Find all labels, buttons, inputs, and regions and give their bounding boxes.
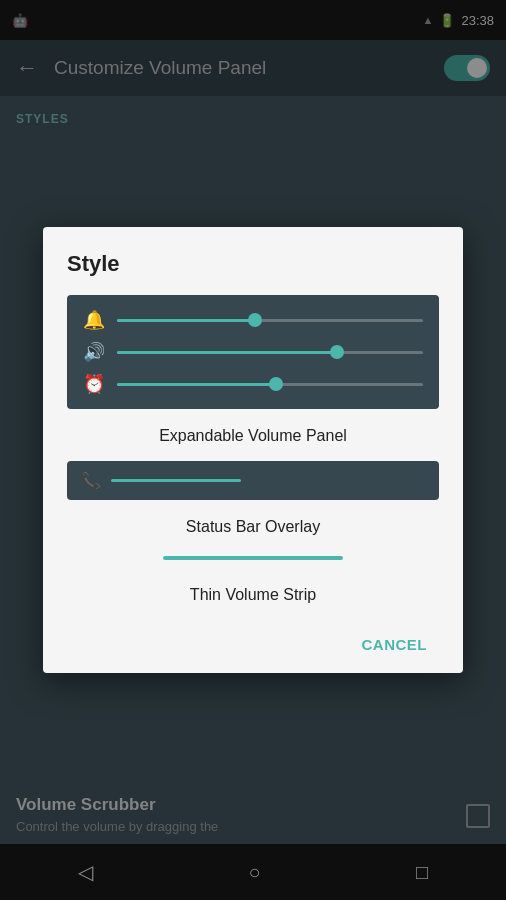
statusbar-label: Status Bar Overlay [67, 510, 439, 540]
bell-slider-fill [117, 319, 255, 322]
thin-strip-option[interactable]: Thin Volume Strip [67, 552, 439, 608]
expandable-option[interactable]: 🔔 🔊 ⏰ [67, 295, 439, 449]
thin-strip-line [163, 556, 343, 560]
bell-slider-track [117, 319, 423, 322]
alarm-slider-track [117, 383, 423, 386]
bell-slider-thumb [248, 313, 262, 327]
statusbar-line [111, 479, 241, 482]
phone-icon: 📞 [81, 471, 101, 490]
volume-icon: 🔊 [83, 341, 105, 363]
volume-slider-fill [117, 351, 337, 354]
alarm-slider-row: ⏰ [83, 373, 423, 395]
statusbar-option[interactable]: 📞 Status Bar Overlay [67, 461, 439, 540]
volume-slider-thumb [330, 345, 344, 359]
expandable-preview: 🔔 🔊 ⏰ [67, 295, 439, 409]
alarm-slider-thumb [269, 377, 283, 391]
alarm-icon: ⏰ [83, 373, 105, 395]
style-dialog: Style 🔔 🔊 [43, 227, 463, 673]
volume-slider-track [117, 351, 423, 354]
expandable-label: Expandable Volume Panel [67, 419, 439, 449]
dialog-overlay: Style 🔔 🔊 [0, 0, 506, 900]
thin-strip-label: Thin Volume Strip [67, 578, 439, 608]
bell-slider-row: 🔔 [83, 309, 423, 331]
volume-slider-row: 🔊 [83, 341, 423, 363]
thin-strip-preview [67, 552, 439, 574]
bell-icon: 🔔 [83, 309, 105, 331]
dialog-actions: CANCEL [67, 620, 439, 661]
cancel-button[interactable]: CANCEL [350, 628, 440, 661]
alarm-slider-fill [117, 383, 276, 386]
dialog-title: Style [67, 251, 439, 277]
statusbar-preview: 📞 [67, 461, 439, 500]
